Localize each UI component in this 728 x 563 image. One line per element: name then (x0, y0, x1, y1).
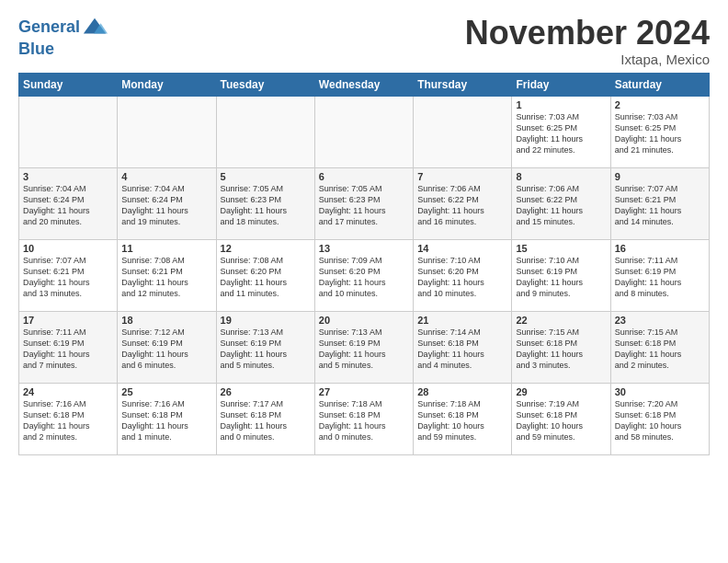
day-info: Sunrise: 7:06 AM Sunset: 6:22 PM Dayligh… (417, 183, 507, 228)
day-info: Sunrise: 7:13 AM Sunset: 6:19 PM Dayligh… (319, 327, 409, 372)
day-number: 19 (221, 315, 311, 326)
day-number: 24 (23, 386, 113, 397)
day-cell: 26Sunrise: 7:17 AM Sunset: 6:18 PM Dayli… (216, 383, 314, 454)
col-header-tuesday: Tuesday (216, 73, 314, 96)
day-number: 16 (615, 243, 705, 254)
day-info: Sunrise: 7:04 AM Sunset: 6:24 PM Dayligh… (23, 183, 113, 228)
day-info: Sunrise: 7:14 AM Sunset: 6:18 PM Dayligh… (417, 327, 507, 372)
day-info: Sunrise: 7:03 AM Sunset: 6:25 PM Dayligh… (615, 111, 705, 156)
logo-text2: Blue (18, 40, 108, 59)
day-info: Sunrise: 7:10 AM Sunset: 6:19 PM Dayligh… (516, 255, 606, 300)
day-cell: 17Sunrise: 7:11 AM Sunset: 6:19 PM Dayli… (19, 311, 118, 383)
day-info: Sunrise: 7:16 AM Sunset: 6:18 PM Dayligh… (121, 398, 211, 443)
day-info: Sunrise: 7:18 AM Sunset: 6:18 PM Dayligh… (417, 398, 507, 443)
day-number: 5 (221, 171, 311, 182)
day-number: 7 (417, 171, 507, 182)
day-cell: 12Sunrise: 7:08 AM Sunset: 6:20 PM Dayli… (216, 239, 314, 311)
page: General Blue November 2024 Ixtapa, Mexic… (0, 0, 728, 465)
day-number: 27 (319, 386, 409, 397)
day-cell: 15Sunrise: 7:10 AM Sunset: 6:19 PM Dayli… (512, 239, 610, 311)
day-info: Sunrise: 7:06 AM Sunset: 6:22 PM Dayligh… (516, 183, 606, 228)
day-number: 21 (417, 315, 507, 326)
day-info: Sunrise: 7:08 AM Sunset: 6:20 PM Dayligh… (221, 255, 311, 300)
day-cell: 23Sunrise: 7:15 AM Sunset: 6:18 PM Dayli… (610, 311, 709, 383)
col-header-thursday: Thursday (414, 73, 512, 96)
week-row-2: 3Sunrise: 7:04 AM Sunset: 6:24 PM Daylig… (19, 167, 710, 239)
day-cell: 27Sunrise: 7:18 AM Sunset: 6:18 PM Dayli… (314, 383, 413, 454)
day-cell: 22Sunrise: 7:15 AM Sunset: 6:18 PM Dayli… (512, 311, 610, 383)
day-cell (19, 96, 118, 167)
day-cell: 25Sunrise: 7:16 AM Sunset: 6:18 PM Dayli… (118, 383, 216, 454)
day-info: Sunrise: 7:20 AM Sunset: 6:18 PM Dayligh… (615, 398, 705, 443)
day-number: 8 (516, 171, 606, 182)
week-row-5: 24Sunrise: 7:16 AM Sunset: 6:18 PM Dayli… (19, 383, 710, 454)
day-cell: 14Sunrise: 7:10 AM Sunset: 6:20 PM Dayli… (414, 239, 512, 311)
day-cell (314, 96, 413, 167)
week-row-4: 17Sunrise: 7:11 AM Sunset: 6:19 PM Dayli… (19, 311, 710, 383)
day-number: 9 (615, 171, 705, 182)
day-number: 17 (23, 315, 113, 326)
day-number: 1 (516, 99, 606, 110)
day-info: Sunrise: 7:13 AM Sunset: 6:19 PM Dayligh… (221, 327, 311, 372)
day-cell (118, 96, 216, 167)
header-row: SundayMondayTuesdayWednesdayThursdayFrid… (19, 73, 710, 96)
day-info: Sunrise: 7:15 AM Sunset: 6:18 PM Dayligh… (516, 327, 606, 372)
day-number: 14 (417, 243, 507, 254)
day-cell: 28Sunrise: 7:18 AM Sunset: 6:18 PM Dayli… (414, 383, 512, 454)
day-number: 13 (319, 243, 409, 254)
day-info: Sunrise: 7:16 AM Sunset: 6:18 PM Dayligh… (23, 398, 113, 443)
title-block: November 2024 Ixtapa, Mexico (465, 15, 710, 67)
week-row-3: 10Sunrise: 7:07 AM Sunset: 6:21 PM Dayli… (19, 239, 710, 311)
month-title: November 2024 (465, 15, 710, 52)
day-cell: 13Sunrise: 7:09 AM Sunset: 6:20 PM Dayli… (314, 239, 413, 311)
day-number: 12 (221, 243, 311, 254)
day-info: Sunrise: 7:11 AM Sunset: 6:19 PM Dayligh… (23, 327, 113, 372)
day-number: 30 (615, 386, 705, 397)
day-info: Sunrise: 7:07 AM Sunset: 6:21 PM Dayligh… (23, 255, 113, 300)
day-info: Sunrise: 7:11 AM Sunset: 6:19 PM Dayligh… (615, 255, 705, 300)
day-cell (414, 96, 512, 167)
day-number: 26 (221, 386, 311, 397)
day-number: 4 (121, 171, 211, 182)
day-cell: 20Sunrise: 7:13 AM Sunset: 6:19 PM Dayli… (314, 311, 413, 383)
day-cell: 16Sunrise: 7:11 AM Sunset: 6:19 PM Dayli… (610, 239, 709, 311)
header: General Blue November 2024 Ixtapa, Mexic… (18, 15, 710, 67)
day-info: Sunrise: 7:18 AM Sunset: 6:18 PM Dayligh… (319, 398, 409, 443)
day-info: Sunrise: 7:05 AM Sunset: 6:23 PM Dayligh… (221, 183, 311, 228)
day-info: Sunrise: 7:09 AM Sunset: 6:20 PM Dayligh… (319, 255, 409, 300)
day-cell: 2Sunrise: 7:03 AM Sunset: 6:25 PM Daylig… (610, 96, 709, 167)
day-cell: 1Sunrise: 7:03 AM Sunset: 6:25 PM Daylig… (512, 96, 610, 167)
day-cell: 24Sunrise: 7:16 AM Sunset: 6:18 PM Dayli… (19, 383, 118, 454)
day-cell: 3Sunrise: 7:04 AM Sunset: 6:24 PM Daylig… (19, 167, 118, 239)
day-info: Sunrise: 7:08 AM Sunset: 6:21 PM Dayligh… (121, 255, 211, 300)
day-cell: 4Sunrise: 7:04 AM Sunset: 6:24 PM Daylig… (118, 167, 216, 239)
day-number: 23 (615, 315, 705, 326)
day-cell: 10Sunrise: 7:07 AM Sunset: 6:21 PM Dayli… (19, 239, 118, 311)
day-number: 18 (121, 315, 211, 326)
day-cell: 5Sunrise: 7:05 AM Sunset: 6:23 PM Daylig… (216, 167, 314, 239)
day-info: Sunrise: 7:15 AM Sunset: 6:18 PM Dayligh… (615, 327, 705, 372)
day-info: Sunrise: 7:07 AM Sunset: 6:21 PM Dayligh… (615, 183, 705, 228)
col-header-sunday: Sunday (19, 73, 118, 96)
day-number: 15 (516, 243, 606, 254)
logo-text: General (18, 18, 80, 37)
day-number: 22 (516, 315, 606, 326)
week-row-1: 1Sunrise: 7:03 AM Sunset: 6:25 PM Daylig… (19, 96, 710, 167)
calendar-table: SundayMondayTuesdayWednesdayThursdayFrid… (18, 73, 710, 455)
day-cell: 29Sunrise: 7:19 AM Sunset: 6:18 PM Dayli… (512, 383, 610, 454)
day-cell: 18Sunrise: 7:12 AM Sunset: 6:19 PM Dayli… (118, 311, 216, 383)
day-cell (216, 96, 314, 167)
col-header-friday: Friday (512, 73, 610, 96)
day-info: Sunrise: 7:05 AM Sunset: 6:23 PM Dayligh… (319, 183, 409, 228)
day-info: Sunrise: 7:19 AM Sunset: 6:18 PM Dayligh… (516, 398, 606, 443)
col-header-monday: Monday (118, 73, 216, 96)
col-header-wednesday: Wednesday (314, 73, 413, 96)
day-number: 3 (23, 171, 113, 182)
day-cell: 7Sunrise: 7:06 AM Sunset: 6:22 PM Daylig… (414, 167, 512, 239)
day-cell: 21Sunrise: 7:14 AM Sunset: 6:18 PM Dayli… (414, 311, 512, 383)
day-info: Sunrise: 7:12 AM Sunset: 6:19 PM Dayligh… (121, 327, 211, 372)
day-cell: 8Sunrise: 7:06 AM Sunset: 6:22 PM Daylig… (512, 167, 610, 239)
day-cell: 6Sunrise: 7:05 AM Sunset: 6:23 PM Daylig… (314, 167, 413, 239)
day-number: 10 (23, 243, 113, 254)
day-number: 20 (319, 315, 409, 326)
